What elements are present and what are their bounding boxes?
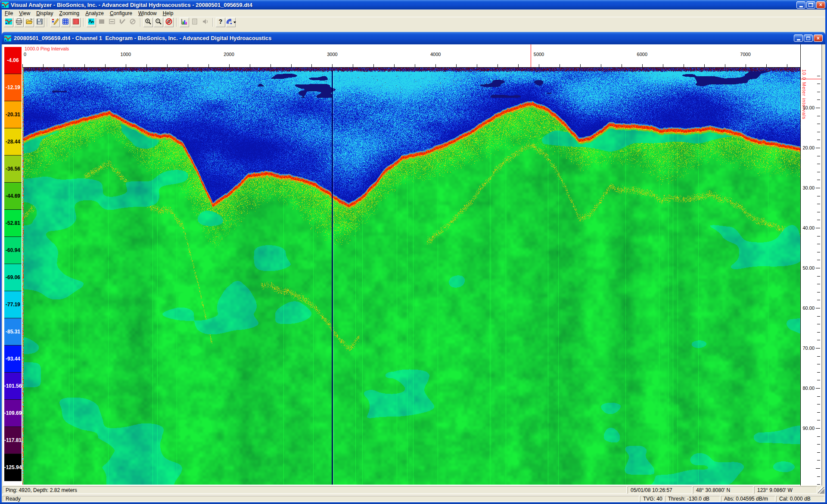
echogram-canvas[interactable] — [22, 68, 800, 485]
color-scale-entry: -101.56 — [4, 373, 22, 400]
menu-analyze[interactable]: Analyze — [82, 10, 107, 17]
print-button[interactable] — [14, 18, 24, 27]
ping-tick — [601, 64, 601, 67]
depth-tick — [817, 404, 820, 404]
ping-tick — [270, 64, 271, 67]
ping-tick — [435, 64, 436, 67]
depth-tick-label: 60.00 — [802, 305, 815, 311]
longitude-readout: 123° 9.0860' W — [754, 486, 817, 494]
gray-pencil-icon — [119, 18, 126, 27]
color-scale-entry: -77.19 — [4, 291, 22, 318]
menu-help[interactable]: Help — [160, 10, 177, 17]
grid-button[interactable] — [61, 18, 70, 27]
ping-tick — [663, 64, 663, 67]
restore-button[interactable] — [806, 1, 815, 9]
depth-tick — [816, 428, 820, 429]
depth-tick — [817, 284, 820, 284]
gray-report-icon — [191, 18, 198, 27]
menu-window[interactable]: Window — [135, 10, 160, 17]
ping-tick — [456, 64, 457, 67]
resize-grip[interactable] — [818, 487, 824, 494]
color-scale-entry: -60.94 — [4, 237, 22, 264]
child-maximize-button[interactable] — [804, 34, 813, 42]
waveform-button[interactable] — [87, 18, 96, 27]
depth-tick — [817, 460, 820, 460]
depth-tick — [817, 452, 820, 453]
depth-tick — [817, 356, 820, 357]
close-button[interactable]: × — [816, 1, 825, 9]
depth-tick — [817, 76, 820, 76]
depth-tick — [817, 140, 820, 140]
toolbar-separator — [212, 18, 213, 27]
gray-slash-icon — [129, 18, 136, 27]
zoom-out-button[interactable] — [154, 18, 163, 27]
ping-tick — [415, 64, 415, 67]
depth-tick — [817, 204, 820, 204]
erase-region-button — [107, 18, 117, 27]
depth-tick-label: 30.00 — [802, 185, 815, 190]
save-button[interactable] — [35, 18, 44, 27]
gps-button[interactable] — [226, 18, 236, 27]
datetime-readout: 05/01/08 10:26:57 — [628, 486, 692, 494]
close-icon: × — [819, 2, 822, 7]
window-border-left — [0, 9, 2, 502]
color-scale-legend: -4.06-12.19-20.31-28.44-36.56-44.69-52.8… — [4, 47, 22, 481]
ping-tick — [167, 64, 168, 67]
depth-tick — [817, 236, 820, 236]
menu-display[interactable]: Display — [33, 10, 56, 17]
no-zoom-icon — [165, 18, 172, 27]
color-scale-entry: -52.81 — [4, 210, 22, 237]
main-window-title: Visual Analyzer - BioSonics, Inc. - Adva… — [11, 2, 796, 8]
bottom-pick-button[interactable] — [71, 18, 81, 27]
menu-file[interactable]: File — [2, 10, 16, 17]
depth-tick — [817, 84, 820, 84]
edit-region-button — [118, 18, 127, 27]
depth-tick — [816, 268, 820, 268]
minimize-icon — [797, 39, 800, 40]
analysis-chart-button[interactable] — [180, 18, 189, 27]
color-scale-entry: -109.69 — [4, 400, 22, 427]
open-button[interactable] — [25, 18, 34, 27]
echogram-window: 20080501_095659.dt4 - Channel 1 Echogram… — [2, 32, 825, 495]
minimize-button[interactable] — [796, 1, 805, 9]
ping-tick — [64, 64, 64, 67]
menu-zooming[interactable]: Zooming — [56, 10, 83, 17]
depth-tick — [817, 444, 820, 445]
echogram-file-icon — [4, 35, 11, 42]
color-scale-entry: -69.06 — [4, 264, 22, 291]
depth-tick — [817, 196, 820, 196]
color-scale-entry: -93.44 — [4, 345, 22, 373]
help-button[interactable]: ? — [216, 18, 225, 27]
depth-axis: 10.0 Meter intervals 10.0020.0030.0040.0… — [800, 44, 822, 485]
ping-tick — [146, 64, 147, 67]
depth-tick — [817, 436, 820, 437]
main-titlebar[interactable]: Visual Analyzer - BioSonics, Inc. - Adva… — [0, 0, 827, 9]
menu-view[interactable]: View — [16, 10, 33, 17]
ping-tick-label: 0 — [24, 52, 26, 57]
depth-tick — [817, 372, 820, 373]
echogram-file-button[interactable] — [4, 18, 13, 27]
depth-tick — [817, 332, 820, 333]
depth-tick — [817, 116, 820, 116]
report-button — [190, 18, 199, 27]
depth-tick — [817, 156, 820, 156]
menu-configure[interactable]: Configure — [107, 10, 135, 17]
color-scale-entry: -4.06 — [4, 47, 22, 74]
window-border-bottom — [0, 502, 827, 504]
depth-tick-label: 40.00 — [802, 225, 815, 230]
depth-tick — [817, 252, 820, 252]
depth-tick — [816, 188, 820, 188]
child-close-button[interactable]: × — [814, 34, 823, 42]
ping-tick — [373, 64, 374, 67]
child-minimize-button[interactable] — [794, 34, 803, 42]
edit-colors-button[interactable] — [50, 18, 60, 27]
zoom-in-button[interactable] — [143, 18, 153, 27]
zoom-cancel-button[interactable] — [164, 18, 174, 27]
depth-tick-label: 70.00 — [802, 345, 815, 351]
depth-tick — [817, 484, 820, 485]
svg-text:?: ? — [219, 18, 223, 25]
waveform-icon — [88, 18, 95, 27]
ping-tick-label: 5000 — [534, 52, 544, 57]
echogram-window-titlebar[interactable]: 20080501_095659.dt4 - Channel 1 Echogram… — [2, 32, 825, 44]
ping-tick — [332, 64, 333, 67]
